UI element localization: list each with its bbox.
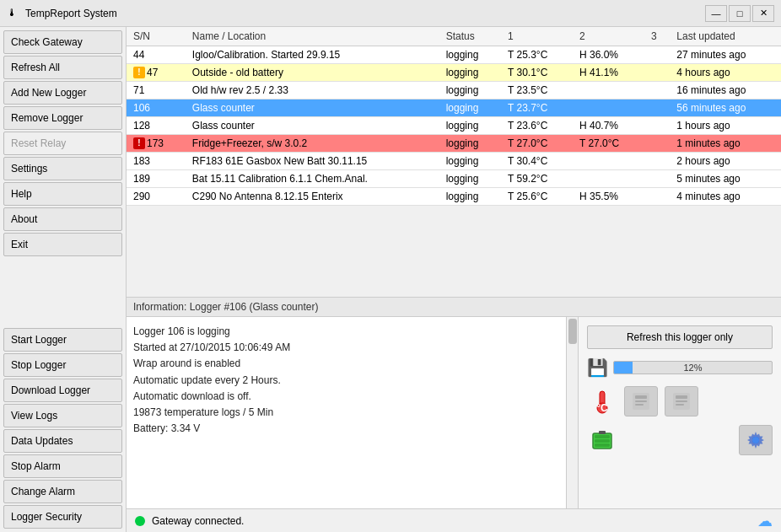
cell-name: RF183 61E Gasbox New Batt 30.11.15 bbox=[186, 153, 439, 170]
cell-v3 bbox=[644, 170, 670, 188]
cell-updated: 16 minutes ago bbox=[670, 82, 781, 99]
minimize-button[interactable]: — bbox=[705, 5, 727, 22]
cell-sn: 183 bbox=[127, 153, 186, 170]
table-row[interactable]: 290C290 No Antenna 8.12.15 Enterixloggin… bbox=[127, 188, 781, 206]
table-row[interactable]: 106Glass counterloggingT 23.7°C56 minute… bbox=[127, 99, 781, 117]
table-row[interactable]: !173Fridge+Freezer, s/w 3.0.2loggingT 27… bbox=[127, 135, 781, 153]
cell-sn: 189 bbox=[127, 170, 186, 188]
window-controls: — □ ✕ bbox=[705, 5, 774, 22]
sidebar-item-download-logger[interactable]: Download Logger bbox=[3, 379, 122, 402]
table-header-row: S/N Name / Location Status 1 2 3 Last up… bbox=[127, 27, 781, 46]
sidebar-item-about[interactable]: About bbox=[3, 207, 122, 231]
info-line: Started at 27/10/2015 10:06:49 AM bbox=[133, 340, 559, 356]
info-panel-header: Information: Logger #106 (Glass counter) bbox=[127, 298, 781, 317]
info-line: Battery: 3.34 V bbox=[133, 421, 559, 437]
cell-name: Bat 15.11 Calibration 6.1.1 Chem.Anal. bbox=[186, 170, 439, 188]
sidebar-item-check-gateway[interactable]: Check Gateway bbox=[3, 30, 122, 54]
cell-sn: 128 bbox=[127, 117, 186, 135]
warn-icon: ! bbox=[133, 67, 145, 78]
cell-updated: 1 minutes ago bbox=[670, 135, 781, 153]
table-container[interactable]: S/N Name / Location Status 1 2 3 Last up… bbox=[127, 27, 781, 297]
sidebar-item-change-alarm[interactable]: Change Alarm bbox=[3, 480, 122, 503]
close-button[interactable]: ✕ bbox=[752, 5, 774, 22]
sidebar-item-exit[interactable]: Exit bbox=[3, 233, 122, 256]
scrollbar[interactable] bbox=[567, 317, 579, 508]
cell-status: logging bbox=[439, 64, 501, 82]
cell-name: C290 No Antenna 8.12.15 Enterix bbox=[186, 188, 439, 206]
battery-icon-row bbox=[587, 425, 773, 455]
sidebar-item-stop-alarm[interactable]: Stop Alarm bbox=[3, 454, 122, 478]
cell-sn: 106 bbox=[127, 99, 186, 117]
cell-v1: T 23.6°C bbox=[501, 117, 573, 135]
cell-status: logging bbox=[439, 153, 501, 170]
sidebar-item-remove-logger[interactable]: Remove Logger bbox=[3, 106, 122, 130]
cell-status: logging bbox=[439, 99, 501, 117]
col-status: Status bbox=[439, 27, 501, 46]
sidebar-item-help[interactable]: Help bbox=[3, 182, 122, 206]
sidebar-bottom-buttons: Start Logger Stop Logger Download Logger… bbox=[3, 328, 122, 529]
status-dot bbox=[135, 516, 145, 526]
cell-name: Fridge+Freezer, s/w 3.0.2 bbox=[186, 135, 439, 153]
cell-sn: 71 bbox=[127, 82, 186, 99]
cell-v3 bbox=[644, 99, 670, 117]
error-icon: ! bbox=[133, 137, 145, 149]
table-row[interactable]: 183RF183 61E Gasbox New Batt 30.11.15log… bbox=[127, 153, 781, 170]
col-name: Name / Location bbox=[186, 27, 439, 46]
cell-v2: H 41.1% bbox=[573, 64, 644, 82]
table-row[interactable]: !47Outside - old batteryloggingT 30.1°CH… bbox=[127, 64, 781, 82]
cell-status: logging bbox=[439, 46, 501, 64]
cell-v2 bbox=[573, 99, 644, 117]
cell-v1: T 59.2°C bbox=[501, 170, 573, 188]
scrollbar-thumb[interactable] bbox=[568, 319, 577, 344]
sidebar-item-view-logs[interactable]: View Logs bbox=[3, 404, 122, 427]
cell-status: logging bbox=[439, 170, 501, 188]
progress-bar: 12% bbox=[613, 361, 773, 374]
cell-v1: T 23.7°C bbox=[501, 99, 573, 117]
cell-v2 bbox=[573, 153, 644, 170]
table-row[interactable]: 189Bat 15.11 Calibration 6.1.1 Chem.Anal… bbox=[127, 170, 781, 188]
svg-rect-12 bbox=[599, 431, 606, 434]
cell-v1: T 27.0°C bbox=[501, 135, 573, 153]
status-text: Gateway connected. bbox=[152, 515, 244, 527]
sidebar-item-start-logger[interactable]: Start Logger bbox=[3, 328, 122, 352]
table-row[interactable]: 128Glass counterloggingT 23.6°CH 40.7%1 … bbox=[127, 117, 781, 135]
sidebar-item-logger-security[interactable]: Logger Security bbox=[3, 505, 122, 529]
cell-sn: 290 bbox=[127, 188, 186, 206]
sidebar-item-stop-logger[interactable]: Stop Logger bbox=[3, 353, 122, 377]
sidebar-top-buttons: Check Gateway Refresh All Add New Logger… bbox=[3, 30, 122, 256]
cell-sn: 44 bbox=[127, 46, 186, 64]
gear-button[interactable] bbox=[739, 425, 773, 455]
table-row[interactable]: 71Old h/w rev 2.5 / 2.33loggingT 23.5°C1… bbox=[127, 82, 781, 99]
bottom-panel: Information: Logger #106 (Glass counter)… bbox=[127, 298, 781, 508]
col-v3: 3 bbox=[644, 27, 670, 46]
sidebar-item-data-updates[interactable]: Data Updates bbox=[3, 429, 122, 453]
cell-v3 bbox=[644, 82, 670, 99]
info-line: 19873 temperature logs / 5 Min bbox=[133, 405, 559, 421]
cell-updated: 1 hours ago bbox=[670, 117, 781, 135]
info-line: Logger 106 is logging bbox=[133, 324, 559, 340]
app-icon: 🌡 bbox=[7, 7, 20, 20]
info-line: Automatic update every 2 Hours. bbox=[133, 373, 559, 389]
sidebar-item-settings[interactable]: Settings bbox=[3, 157, 122, 180]
cell-v2 bbox=[573, 82, 644, 99]
svg-rect-5 bbox=[635, 400, 647, 402]
placeholder-btn-1 bbox=[624, 386, 658, 416]
temperature-icon: °C bbox=[587, 386, 617, 416]
table-row[interactable]: 44Igloo/Calibration. Started 29.9.15logg… bbox=[127, 46, 781, 64]
cell-updated: 4 hours ago bbox=[670, 64, 781, 82]
cell-updated: 27 minutes ago bbox=[670, 46, 781, 64]
refresh-logger-button[interactable]: Refresh this logger only bbox=[587, 325, 773, 349]
progress-label: 12% bbox=[614, 362, 772, 373]
col-v2: 2 bbox=[573, 27, 644, 46]
placeholder-btn-2 bbox=[665, 386, 698, 416]
svg-rect-13 bbox=[595, 435, 610, 438]
col-sn: S/N bbox=[127, 27, 186, 46]
cell-name: Outside - old battery bbox=[186, 64, 439, 82]
cell-status: logging bbox=[439, 82, 501, 99]
sidebar-item-add-new-logger[interactable]: Add New Logger bbox=[3, 81, 122, 105]
svg-text:°C: °C bbox=[596, 402, 608, 414]
cell-name: Old h/w rev 2.5 / 2.33 bbox=[186, 82, 439, 99]
maximize-button[interactable]: □ bbox=[729, 5, 751, 22]
svg-rect-15 bbox=[595, 443, 610, 447]
sidebar-item-refresh-all[interactable]: Refresh All bbox=[3, 56, 122, 79]
